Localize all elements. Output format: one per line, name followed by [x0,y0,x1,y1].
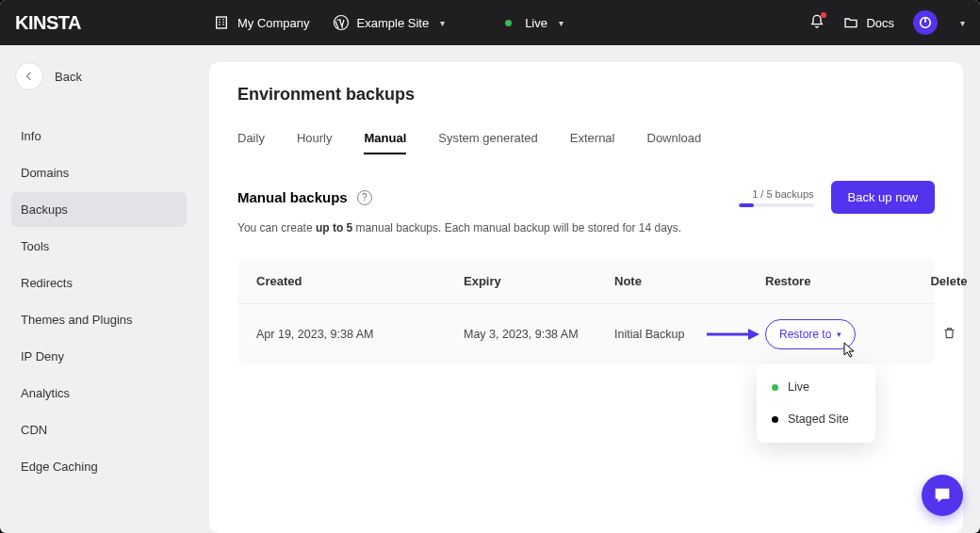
backup-now-button[interactable]: Back up now [831,181,935,214]
page-title: Environment backups [237,85,935,105]
sidebar-item-domains[interactable]: Domains [11,155,187,190]
status-dot-icon [772,384,778,391]
delete-button[interactable] [942,330,956,343]
backup-quota: 1 / 5 backups [739,188,814,207]
logo: KINSTA [15,12,81,34]
content-card: Environment backups Daily Hourly Manual … [209,62,963,533]
chevron-down-icon[interactable]: ▾ [960,18,965,28]
dropdown-item-staged[interactable]: Staged Site [757,403,875,435]
section-description: You can create up to 5 manual backups. E… [237,221,935,234]
cell-created: Apr 19, 2023, 9:38 AM [256,328,464,341]
tab-external[interactable]: External [570,125,615,151]
trash-icon [942,326,956,340]
tab-daily[interactable]: Daily [237,125,265,151]
sidebar-item-info[interactable]: Info [11,119,187,153]
restore-to-button[interactable]: Restore to ▾ Live [765,319,856,349]
sidebar-item-themes[interactable]: Themes and Plugins [11,302,187,337]
docs-label: Docs [866,16,894,30]
svg-marker-4 [748,329,760,340]
svg-rect-0 [217,17,227,28]
col-note: Note [614,274,765,288]
building-icon [213,14,230,31]
arrow-left-icon [24,71,35,82]
topbar: KINSTA My Company Example Site ▾ Live ▾ [0,0,980,45]
chevron-down-icon: ▾ [440,18,445,28]
user-avatar[interactable] [913,10,938,35]
tabs: Daily Hourly Manual System generated Ext… [237,125,935,151]
env-label: Live [525,16,547,30]
env-switcher[interactable]: Live ▾ [505,16,564,30]
col-created: Created [256,274,464,288]
cell-expiry: May 3, 2023, 9:38 AM [464,328,614,341]
power-icon [918,15,933,30]
col-expiry: Expiry [464,274,614,288]
progress-label: 1 / 5 backups [752,188,813,200]
sidebar-item-backups[interactable]: Backups [11,192,187,227]
chevron-down-icon: ▾ [559,18,564,28]
site-switcher[interactable]: Example Site ▾ [333,14,446,31]
table-header: Created Expiry Note Restore Delete [237,259,935,303]
chevron-down-icon: ▾ [837,330,841,339]
sidebar: Back Info Domains Backups Tools Redirect… [0,45,198,533]
dropdown-item-live[interactable]: Live [757,371,875,403]
tab-hourly[interactable]: Hourly [297,125,333,151]
status-dot-icon [505,20,512,26]
annotation-arrow-icon [707,328,760,341]
tab-manual[interactable]: Manual [364,125,406,151]
sidebar-item-redirects[interactable]: Redirects [11,266,187,300]
progress-bar [739,203,814,207]
status-dot-icon [772,416,778,423]
col-delete: Delete [916,274,980,288]
table-row: Apr 19, 2023, 9:38 AM May 3, 2023, 9:38 … [237,303,935,364]
sidebar-item-ipdeny[interactable]: IP Deny [11,339,187,374]
docs-link[interactable]: Docs [843,15,894,30]
site-name: Example Site [357,16,430,30]
chat-icon [932,485,953,506]
sidebar-item-edgecaching[interactable]: Edge Caching [11,449,187,484]
help-icon[interactable]: ? [357,190,372,205]
sidebar-item-analytics[interactable]: Analytics [11,376,187,411]
company-name: My Company [237,16,310,30]
backups-table: Created Expiry Note Restore Delete Apr 1… [237,259,935,364]
sidebar-item-cdn[interactable]: CDN [11,412,187,447]
back-label: Back [55,70,82,84]
back-row: Back [15,62,187,90]
wordpress-icon [333,14,350,31]
restore-dropdown: Live Staged Site [757,363,875,443]
tab-download[interactable]: Download [647,125,702,151]
company-switcher[interactable]: My Company [213,14,310,31]
notification-badge [821,12,826,18]
section-title: Manual backups [237,189,348,205]
notifications-button[interactable] [809,14,825,32]
chat-fab[interactable] [922,475,963,516]
back-button[interactable] [15,62,43,90]
folder-icon [843,15,858,30]
col-restore: Restore [765,274,916,288]
tab-system[interactable]: System generated [438,125,538,151]
sidebar-item-tools[interactable]: Tools [11,229,187,264]
